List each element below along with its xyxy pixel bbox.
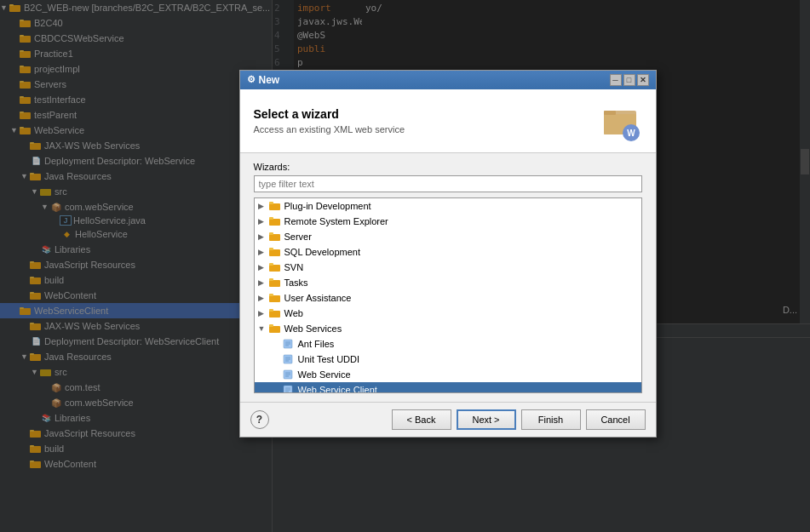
svg-rect-85 [269,234,280,241]
svg-rect-82 [269,202,273,204]
wizard-item-svn[interactable]: ▶SVN [255,260,641,275]
wizard-item-web[interactable]: ▶Web [255,306,641,321]
svg-rect-88 [269,248,273,250]
wizard-item-tasks[interactable]: ▶Tasks [255,275,641,290]
svg-rect-93 [269,295,280,302]
svg-rect-91 [269,280,280,287]
gear-icon: ⚙ [247,74,256,85]
dialog-title: New [259,74,280,86]
dialog-header: Select a wizard Access an existing XML w… [240,89,656,153]
dialog-titlebar: ⚙ New ─ □ ✕ [240,71,656,89]
wizard-item-sql-dev[interactable]: ▶SQL Development [255,244,641,260]
wizard-item-web-service[interactable]: Web Service [255,367,641,382]
dialog-header-text: Select a wizard Access an existing XML w… [254,107,405,134]
svg-rect-90 [269,263,273,266]
next-button[interactable]: Next > [457,409,516,430]
back-button[interactable]: < Back [392,409,451,430]
wizard-item-unit-test-uddi[interactable]: Unit Test UDDI [255,352,641,367]
svg-rect-87 [269,249,280,256]
wizard-icon-svg: W [600,100,641,141]
svg-rect-96 [269,309,273,312]
svg-rect-89 [269,265,280,272]
footer-buttons: < Back Next > Finish Cancel [392,409,646,430]
help-button[interactable]: ? [250,410,269,429]
wizard-subtitle: Access an existing XML web service [254,124,405,134]
dialog-body: Wizards: ▶Plug-in Development▶Remote Sys… [240,153,656,402]
svg-rect-86 [269,232,273,235]
svg-rect-83 [269,219,280,226]
svg-rect-78 [604,111,616,115]
svg-rect-81 [269,203,280,210]
wizard-item-web-services[interactable]: ▼Web Services [255,321,641,336]
wizard-item-plugin-dev[interactable]: ▶Plug-in Development [255,198,641,214]
svg-rect-97 [269,326,280,333]
wizard-item-web-service-client[interactable]: Web Service Client [255,382,641,393]
new-wizard-dialog: ⚙ New ─ □ ✕ Select a wizard Access an ex… [239,70,657,438]
wizard-item-user-assistance[interactable]: ▶User Assistance [255,290,641,306]
cancel-button[interactable]: Cancel [586,409,646,430]
titlebar-buttons: ─ □ ✕ [610,74,649,86]
svg-rect-111 [284,386,292,393]
wizard-title: Select a wizard [254,107,405,121]
dialog-footer: ? < Back Next > Finish Cancel [240,402,656,437]
svg-text:W: W [627,129,635,138]
svg-rect-94 [269,294,273,296]
maximize-button[interactable]: □ [623,74,635,86]
svg-rect-98 [269,324,273,327]
wizard-tree[interactable]: ▶Plug-in Development▶Remote System Explo… [254,197,642,393]
minimize-button[interactable]: ─ [610,74,622,86]
filter-input[interactable] [254,175,642,192]
svg-rect-84 [269,217,273,220]
dialog-overlay: ⚙ New ─ □ ✕ Select a wizard Access an ex… [0,0,810,532]
wizard-item-ant-files[interactable]: Ant Files [255,336,641,352]
svg-rect-95 [269,311,280,317]
close-button[interactable]: ✕ [637,74,649,86]
wizards-label: Wizards: [254,162,642,172]
wizard-item-remote-system[interactable]: ▶Remote System Explorer [255,214,641,229]
svg-rect-92 [269,278,273,281]
finish-button[interactable]: Finish [521,409,581,430]
wizard-item-server[interactable]: ▶Server [255,229,641,244]
wizard-icon: W [600,100,642,142]
